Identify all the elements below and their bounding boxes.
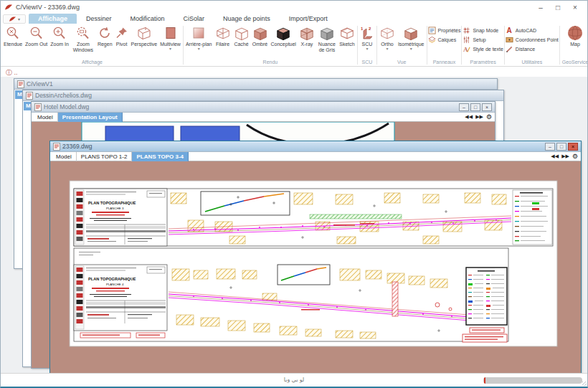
- zoom-in-button[interactable]: Zoom In: [49, 24, 70, 47]
- hidden-cube-icon: [234, 25, 250, 42]
- shaded-cube-icon: [252, 25, 268, 42]
- hotel-tab-model[interactable]: Model: [33, 113, 58, 122]
- autocad-button[interactable]: A AutoCAD: [506, 26, 559, 34]
- tab-modification[interactable]: Modification: [121, 14, 174, 24]
- document-icon: [53, 143, 60, 151]
- sheet2-title: PLAN TOPOGRAPHIQUE: [88, 277, 136, 281]
- drawing-minimize-button[interactable]: –: [545, 143, 555, 151]
- grayscale-cube-icon: [319, 25, 335, 42]
- setup-button[interactable]: Setup: [463, 35, 503, 44]
- sketch-button[interactable]: Sketch: [338, 24, 356, 47]
- distance-button[interactable]: Distance: [506, 44, 559, 53]
- tab-scroll-right-icon[interactable]: ▶▶: [475, 114, 483, 120]
- conceptuel-button[interactable]: Conceptuel: [270, 24, 298, 47]
- group-label: Utilitaires: [520, 59, 544, 66]
- tab-scroll-left-icon[interactable]: ◀◀: [465, 114, 473, 120]
- wireframe-cube-icon: [215, 25, 231, 42]
- svg-text:1: 1: [361, 27, 364, 31]
- ribbon-group-scu: 21 SCU ▾ SCU: [359, 24, 376, 66]
- autocad-a-icon: A: [506, 27, 513, 34]
- globe-icon: [566, 25, 584, 42]
- chevron-down-icon: ▾: [386, 47, 388, 51]
- app-logo-icon: [4, 4, 13, 11]
- drawing-close-button[interactable]: ×: [568, 143, 578, 151]
- filaire-button[interactable]: Filaire: [214, 24, 232, 47]
- chevron-down-icon: ▾: [18, 16, 20, 22]
- document-icon: [34, 103, 42, 111]
- chevron-down-icon: ▾: [198, 47, 200, 51]
- tab-settings-gear-icon[interactable]: ⚙: [486, 113, 492, 120]
- drawing-tab-model[interactable]: Model: [52, 152, 77, 161]
- window-title: C/ViewIV - 23369.dwg: [16, 4, 80, 11]
- group-label: Vue: [396, 59, 407, 66]
- ribbon: Etendue Zoom Out Zoom In Zoom Windows Re…: [1, 24, 587, 67]
- hotel-maximize-button[interactable]: □: [470, 103, 480, 111]
- conceptual-cube-icon: [275, 25, 291, 42]
- hotel-close-button[interactable]: ×: [482, 103, 492, 111]
- drawing-tab-plans-topo-3-4[interactable]: PLANS TOPO 3-4: [132, 152, 189, 161]
- sheet1-title: PLAN TOPOGRAPHIQUE: [88, 201, 136, 205]
- ortho-button[interactable]: Ortho ▾: [378, 24, 397, 51]
- tab-dessiner[interactable]: Dessiner: [77, 14, 121, 24]
- style-de-texte-button[interactable]: A Style de texte: [463, 44, 503, 53]
- calques-button[interactable]: Calques: [428, 35, 461, 44]
- titlebar: C/ViewIV - 23369.dwg – □ ×: [1, 1, 587, 14]
- ucs-axis-icon: 21: [360, 25, 374, 42]
- tab-cisolar[interactable]: CiSolar: [174, 14, 214, 24]
- hotel-titlebar[interactable]: Hotel Model.dwg – □ ×: [32, 102, 495, 113]
- xray-button[interactable]: X-ray: [298, 24, 316, 47]
- hotel-tab-presentation-layout[interactable]: Presentation Layout: [58, 113, 123, 122]
- ortho-cube-icon: [379, 25, 395, 42]
- zoom-windows-button[interactable]: Zoom Windows: [70, 24, 96, 53]
- regen-button[interactable]: Regen: [96, 24, 114, 47]
- zoom-out-button[interactable]: Zoom Out: [24, 24, 49, 47]
- tab-import-export[interactable]: Import/Export: [280, 14, 337, 24]
- ciview-titlebar[interactable]: CiViewV1: [14, 79, 497, 90]
- properties-icon: [428, 27, 436, 34]
- minimize-button[interactable]: –: [532, 4, 549, 11]
- resize-grip[interactable]: [582, 382, 587, 386]
- perspective-button[interactable]: Perspective: [130, 24, 159, 47]
- status-bar: لو بي وبا: [1, 373, 587, 387]
- group-label: GeoService: [561, 59, 587, 66]
- app-menu-button[interactable]: ▾: [3, 14, 26, 24]
- group-separator: [559, 26, 560, 65]
- ribbon-group-utilitaires: A AutoCAD Coordonnées Point Distance Uti…: [506, 24, 559, 66]
- dessin-titlebar[interactable]: DessinArchelios.dwg: [23, 90, 503, 101]
- coordinates-icon: [506, 36, 513, 44]
- hotel-minimize-button[interactable]: –: [459, 103, 469, 111]
- drawing-maximize-button[interactable]: □: [556, 143, 566, 151]
- maximize-button[interactable]: □: [549, 4, 566, 11]
- tab-settings-gear-icon[interactable]: ⚙: [572, 153, 578, 160]
- pivot-button[interactable]: Pivot: [114, 24, 130, 47]
- proprietes-button[interactable]: Propriétés: [428, 26, 461, 34]
- sheet1-subtitle: PLANCHE 3: [106, 207, 124, 210]
- drawing-tab-plans-topo-1-2[interactable]: PLANS TOPO 1-2: [77, 152, 133, 161]
- map-button[interactable]: Map: [564, 24, 586, 47]
- nuance-de-gris-button[interactable]: Nuance de Gris: [316, 24, 338, 53]
- arriere-plan-button[interactable]: Arrière-plan ▾: [184, 24, 214, 51]
- multiview-button[interactable]: Multiview ▾: [158, 24, 182, 51]
- zoom-out-icon: [29, 25, 44, 42]
- scu-button[interactable]: 21 SCU ▾: [359, 24, 376, 51]
- zoom-in-icon: [52, 25, 67, 42]
- coordonnees-point-button[interactable]: Coordonnées Point: [506, 35, 559, 44]
- group-separator: [357, 26, 358, 65]
- drawing-titlebar[interactable]: 23369.dwg – □ ×: [50, 141, 581, 152]
- drawing-canvas[interactable]: PLAN TOPOGRAPHIQUE PLANCHE 3: [50, 161, 581, 373]
- tab-scroll-right-icon[interactable]: ▶▶: [561, 153, 569, 159]
- tab-nuage-de-points[interactable]: Nuage de points: [214, 14, 280, 24]
- isometric-cube-icon: [403, 25, 419, 42]
- etendue-button[interactable]: Etendue: [2, 24, 24, 47]
- hotel-title: Hotel Model.dwg: [44, 103, 89, 110]
- isometrique-button[interactable]: Isométrique ▾: [397, 24, 426, 51]
- mdi-window-23369[interactable]: 23369.dwg – □ × Model PLANS TOPO 1-2 PLA…: [49, 141, 582, 374]
- info-icon[interactable]: ⓘ ..: [6, 68, 18, 77]
- drawing-tab-row: Model PLANS TOPO 1-2 PLANS TOPO 3-4 ◀◀ ▶…: [50, 152, 581, 161]
- tab-scroll-left-icon[interactable]: ◀◀: [551, 153, 559, 159]
- ombre-button[interactable]: Ombré: [251, 24, 270, 47]
- tab-affichage[interactable]: Affichage: [29, 14, 77, 24]
- snap-mode-button[interactable]: Snap Mode: [463, 26, 503, 34]
- cache-button[interactable]: Caché: [232, 24, 251, 47]
- close-button[interactable]: ×: [566, 4, 584, 11]
